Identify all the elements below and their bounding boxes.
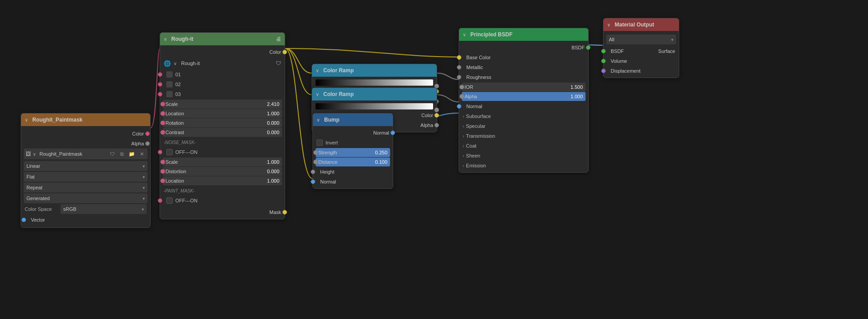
location2-socket[interactable] bbox=[161, 179, 165, 183]
projection-dropdown[interactable]: Flat ▾ bbox=[24, 172, 148, 182]
roughit-texture-icon: 🌐 bbox=[164, 60, 171, 67]
paintmask-header: ∨ Roughit_Paintmask bbox=[21, 114, 150, 126]
interpolation-dropdown[interactable]: Linear ▾ bbox=[24, 161, 148, 171]
bsdf-normal-socket[interactable] bbox=[457, 104, 461, 109]
shield-icon[interactable]: 🛡 bbox=[108, 150, 116, 158]
extension-label: Repeat bbox=[26, 185, 143, 190]
color-output-row: Color bbox=[24, 129, 148, 139]
bump-invert-checkbox[interactable] bbox=[317, 140, 323, 146]
rotation-socket[interactable] bbox=[161, 121, 165, 125]
projection-arrow: ▾ bbox=[143, 175, 145, 179]
specular-arrow: › bbox=[463, 124, 464, 129]
roughit-scale-row[interactable]: Scale 2.410 bbox=[163, 100, 282, 109]
off-on-2-socket[interactable] bbox=[158, 198, 162, 203]
roughit-01-label: 01 bbox=[175, 72, 281, 77]
cr1-title: Color Ramp bbox=[323, 67, 354, 74]
roughit-02-socket[interactable] bbox=[158, 82, 162, 87]
colorspace-label: Color Space bbox=[25, 206, 61, 212]
bump-strength-row[interactable]: Strength 0.250 bbox=[316, 148, 390, 157]
roughit-rotation-row[interactable]: Rotation 0.000 bbox=[163, 118, 282, 127]
bump-normal-in-socket[interactable] bbox=[311, 179, 315, 184]
cr2-alpha-socket[interactable] bbox=[434, 123, 439, 127]
cr1-collapse-icon[interactable]: ∨ bbox=[316, 68, 319, 73]
color-output-socket[interactable] bbox=[145, 131, 150, 136]
bsdf-alpha-row[interactable]: Alpha 1.000 bbox=[462, 92, 586, 101]
bsdf-ior-socket[interactable] bbox=[460, 85, 464, 89]
node-bump: ∨ Bump Normal Invert Strength 0.250 Dist… bbox=[312, 113, 393, 189]
output-dropdown[interactable]: All ▾ bbox=[606, 35, 676, 44]
scale-socket[interactable] bbox=[161, 102, 165, 106]
bsdf-emission-row[interactable]: › Emission bbox=[459, 161, 588, 170]
off-on-2-toggle[interactable] bbox=[166, 197, 173, 204]
contrast-socket[interactable] bbox=[161, 130, 165, 135]
output-bsdf-row: BSDF Surface bbox=[603, 46, 679, 56]
roughit-distortion-row[interactable]: Distortion 0.000 bbox=[163, 167, 282, 176]
bsdf-transmission-row[interactable]: › Transmission bbox=[459, 131, 588, 141]
bsdf-coat-row[interactable]: › Coat bbox=[459, 141, 588, 151]
bsdf-roughness-label: Roughness bbox=[466, 74, 491, 80]
source-dropdown[interactable]: Generated ▾ bbox=[24, 193, 148, 203]
bump-collapse-icon[interactable]: ∨ bbox=[317, 118, 320, 122]
contrast-value: 0.000 bbox=[267, 130, 279, 135]
roughit-collapse-icon[interactable]: ∨ bbox=[164, 37, 167, 42]
roughit-01-socket[interactable] bbox=[158, 72, 162, 77]
location-socket[interactable] bbox=[161, 111, 165, 116]
bump-height-socket[interactable] bbox=[311, 170, 315, 174]
output-body: All ▾ BSDF Surface Volume Displacement bbox=[603, 31, 679, 78]
vector-input-socket[interactable] bbox=[22, 218, 26, 222]
collapse-icon[interactable]: ∨ bbox=[25, 118, 28, 122]
roughit-03-swatch bbox=[166, 91, 173, 97]
bump-title: Bump bbox=[324, 117, 339, 123]
distortion-socket[interactable] bbox=[161, 169, 165, 174]
output-displacement-socket[interactable] bbox=[601, 69, 606, 73]
print-icon[interactable]: 🖨 bbox=[276, 36, 281, 42]
bump-strength-socket[interactable] bbox=[313, 150, 318, 155]
roughit-mask-socket[interactable] bbox=[282, 210, 287, 214]
bump-distance-row[interactable]: Distance 0.100 bbox=[316, 157, 390, 166]
bsdf-output-socket[interactable] bbox=[586, 45, 590, 50]
off-on-1-socket[interactable] bbox=[158, 150, 162, 154]
bump-normal-out-socket[interactable] bbox=[391, 131, 395, 135]
colorspace-dropdown[interactable]: sRGB ▾ bbox=[61, 204, 147, 214]
close-icon[interactable]: ✕ bbox=[138, 150, 146, 158]
roughit-03-socket[interactable] bbox=[158, 92, 162, 96]
bsdf-subsurface-row[interactable]: › Subsurface bbox=[459, 111, 588, 121]
cr2-collapse-icon[interactable]: ∨ bbox=[316, 92, 319, 97]
output-volume-socket[interactable] bbox=[601, 59, 606, 63]
roughit-location-row[interactable]: Location 1.000 bbox=[163, 109, 282, 118]
output-dropdown-label: All bbox=[609, 37, 671, 42]
roughit-location2-row[interactable]: Location 1.000 bbox=[163, 176, 282, 185]
off-on-1-label: OFF---ON bbox=[175, 149, 281, 155]
bsdf-alpha-socket[interactable] bbox=[460, 94, 464, 99]
output-dropdown-arrow: ▾ bbox=[671, 37, 673, 42]
roughit-shield-icon[interactable]: 🛡 bbox=[276, 60, 281, 66]
bsdf-basecolor-label: Base Color bbox=[466, 55, 490, 60]
output-collapse-icon[interactable]: ∨ bbox=[607, 22, 610, 27]
cr2-gradient bbox=[316, 103, 433, 109]
bump-distance-socket[interactable] bbox=[313, 160, 318, 164]
bump-header: ∨ Bump bbox=[313, 114, 393, 126]
roughit-scale2-row[interactable]: Scale 1.000 bbox=[163, 157, 282, 166]
bsdf-basecolor-socket[interactable] bbox=[457, 55, 461, 60]
bsdf-collapse-icon[interactable]: ∨ bbox=[463, 32, 466, 37]
roughit-tex-dropdown[interactable]: ∨ bbox=[174, 61, 177, 66]
output-bsdf-socket[interactable] bbox=[601, 49, 606, 53]
bsdf-normal-row: Normal bbox=[459, 101, 588, 111]
cr2-title: Color Ramp bbox=[323, 91, 354, 97]
bsdf-specular-row[interactable]: › Specular bbox=[459, 121, 588, 131]
bsdf-sheen-row[interactable]: › Sheen bbox=[459, 151, 588, 161]
bsdf-metallic-socket[interactable] bbox=[457, 65, 461, 70]
scale2-socket[interactable] bbox=[161, 160, 165, 164]
off-on-1-toggle[interactable] bbox=[166, 149, 173, 155]
texture-dropdown-icon[interactable]: ∨ bbox=[33, 152, 36, 157]
roughit-contrast-row[interactable]: Contrast 0.000 bbox=[163, 128, 282, 137]
folder-icon[interactable]: 📁 bbox=[128, 150, 136, 158]
roughit-color-output-socket[interactable] bbox=[282, 50, 287, 54]
extension-dropdown[interactable]: Repeat ▾ bbox=[24, 183, 148, 192]
copy-icon[interactable]: ⧉ bbox=[118, 150, 126, 158]
bsdf-roughness-socket[interactable] bbox=[457, 75, 461, 79]
cr2-color-socket[interactable] bbox=[434, 113, 439, 118]
alpha-output-socket[interactable] bbox=[145, 141, 150, 146]
subsurface-arrow: › bbox=[463, 114, 464, 119]
bsdf-ior-row[interactable]: IOR 1.500 bbox=[462, 83, 586, 92]
